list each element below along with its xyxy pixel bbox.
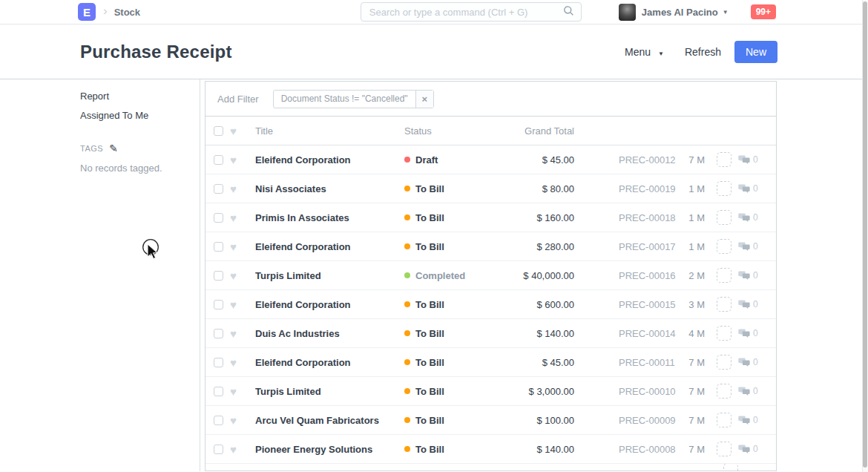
heart-icon[interactable]: ♥ xyxy=(230,328,255,339)
heart-icon[interactable]: ♥ xyxy=(230,415,255,426)
row-checkbox[interactable] xyxy=(214,271,223,281)
table-row[interactable]: ♥ Eleifend Corporation To Bill $ 600.00 … xyxy=(206,290,776,319)
global-search[interactable] xyxy=(361,2,582,22)
active-filter-chip[interactable]: Document Status != "Cancelled" × xyxy=(273,90,435,108)
comments-icon xyxy=(738,184,750,194)
remove-filter-icon[interactable]: × xyxy=(415,91,434,108)
row-comment-count[interactable]: 0 xyxy=(738,386,758,396)
row-comment-count[interactable]: 0 xyxy=(738,444,758,454)
table-row[interactable]: ♥ Turpis Limited To Bill $ 3,000.00 PREC… xyxy=(206,377,776,406)
new-button[interactable]: New xyxy=(734,41,777,63)
refresh-button[interactable]: Refresh xyxy=(685,46,721,58)
edit-tags-pencil-icon[interactable]: ✎ xyxy=(109,142,118,154)
row-title-link[interactable]: Duis Ac Industries xyxy=(255,328,404,339)
row-status: Completed xyxy=(404,270,516,281)
row-comment-count[interactable]: 0 xyxy=(738,299,758,309)
assign-placeholder[interactable] xyxy=(717,210,731,225)
row-checkbox[interactable] xyxy=(214,184,223,194)
heart-icon[interactable]: ♥ xyxy=(230,386,255,397)
status-label: To Bill xyxy=(415,386,444,397)
table-row[interactable]: ♥ Turpis Limited Completed $ 40,000.00 P… xyxy=(206,261,776,290)
table-row[interactable]: ♥ Nisi Associates To Bill $ 80.00 PREC-0… xyxy=(206,174,776,203)
heart-icon[interactable]: ♥ xyxy=(230,444,255,455)
row-title-link[interactable]: Eleifend Corporation xyxy=(255,241,404,252)
heart-icon[interactable]: ♥ xyxy=(230,299,255,310)
assign-placeholder[interactable] xyxy=(717,355,731,370)
row-grand-total: $ 140.00 xyxy=(516,444,574,455)
notification-badge[interactable]: 99+ xyxy=(751,4,776,19)
row-checkbox[interactable] xyxy=(214,329,223,338)
row-title-link[interactable]: Eleifend Corporation xyxy=(255,299,404,310)
row-checkbox[interactable] xyxy=(214,416,223,425)
assign-placeholder[interactable] xyxy=(717,181,731,196)
search-input[interactable] xyxy=(368,6,563,19)
menu-button[interactable]: Menu ▼ xyxy=(625,46,664,58)
row-document-id: PREC-00017 xyxy=(619,241,680,252)
row-title-link[interactable]: Primis In Associates xyxy=(255,212,404,223)
row-comment-count[interactable]: 0 xyxy=(738,415,758,425)
app-logo[interactable]: E xyxy=(78,3,96,21)
row-grand-total: $ 45.00 xyxy=(516,357,574,368)
row-modified-time: 7 M xyxy=(680,154,705,165)
sidebar-item-report[interactable]: Report xyxy=(80,91,200,102)
main-area: Report Assigned To Me TAGS ✎ No records … xyxy=(67,79,779,471)
assign-placeholder[interactable] xyxy=(717,239,731,254)
row-title-link[interactable]: Turpis Limited xyxy=(255,270,404,281)
row-comment-count[interactable]: 0 xyxy=(738,212,758,223)
assign-placeholder[interactable] xyxy=(717,297,731,312)
sidebar-item-assigned-to-me[interactable]: Assigned To Me xyxy=(80,110,200,121)
table-row[interactable]: ♥ Pioneer Energy Solutions To Bill $ 140… xyxy=(206,435,776,464)
heart-icon[interactable]: ♥ xyxy=(230,357,255,368)
assign-placeholder[interactable] xyxy=(717,413,731,427)
heart-icon[interactable]: ♥ xyxy=(230,125,255,137)
comments-icon xyxy=(738,416,750,425)
filter-chip-label[interactable]: Document Status != "Cancelled" xyxy=(274,91,415,108)
heart-icon[interactable]: ♥ xyxy=(230,212,255,223)
user-menu[interactable]: James Al Pacino ▼ xyxy=(619,4,729,21)
heart-icon[interactable]: ♥ xyxy=(230,154,255,165)
row-comment-count[interactable]: 0 xyxy=(738,357,758,367)
row-checkbox[interactable] xyxy=(214,300,223,309)
column-header-title: Title xyxy=(255,125,404,137)
row-title-link[interactable]: Nisi Associates xyxy=(255,183,404,194)
add-filter-button[interactable]: Add Filter xyxy=(217,94,259,105)
chevron-down-icon: ▼ xyxy=(723,9,729,16)
row-checkbox[interactable] xyxy=(214,242,223,252)
row-comment-count[interactable]: 0 xyxy=(738,241,758,252)
row-checkbox[interactable] xyxy=(214,358,223,367)
select-all-checkbox[interactable] xyxy=(214,126,223,136)
row-title-link[interactable]: Turpis Limited xyxy=(255,386,404,397)
row-comment-count[interactable]: 0 xyxy=(738,154,758,165)
row-title-link[interactable]: Eleifend Corporation xyxy=(255,154,404,165)
row-comment-count[interactable]: 0 xyxy=(738,183,758,194)
heart-icon[interactable]: ♥ xyxy=(230,270,255,281)
heart-icon[interactable]: ♥ xyxy=(230,183,255,194)
assign-placeholder[interactable] xyxy=(717,442,731,456)
assign-placeholder[interactable] xyxy=(717,384,731,399)
breadcrumb[interactable]: Stock xyxy=(114,7,140,18)
table-row[interactable]: ♥ Eleifend Corporation To Bill $ 280.00 … xyxy=(206,232,776,261)
table-row[interactable]: ♥ Eleifend Corporation To Bill $ 45.00 P… xyxy=(206,348,776,377)
row-checkbox[interactable] xyxy=(214,213,223,223)
search-icon xyxy=(563,5,574,19)
table-row[interactable]: ♥ Arcu Vel Quam Fabricators To Bill $ 10… xyxy=(206,406,776,435)
row-checkbox[interactable] xyxy=(214,387,223,396)
row-title-link[interactable]: Arcu Vel Quam Fabricators xyxy=(255,415,404,426)
row-document-id: PREC-00010 xyxy=(619,386,680,397)
table-row[interactable]: ♥ Eleifend Corporation Draft $ 45.00 PRE… xyxy=(206,145,776,174)
row-title-link[interactable]: Pioneer Energy Solutions xyxy=(255,444,404,455)
assign-placeholder[interactable] xyxy=(717,152,731,167)
table-row[interactable]: ♥ Duis Ac Industries To Bill $ 140.00 PR… xyxy=(206,319,776,348)
row-comment-count[interactable]: 0 xyxy=(738,328,758,338)
scrollbar-thumb[interactable] xyxy=(863,1,867,468)
table-row-partial[interactable] xyxy=(206,464,776,471)
row-title-link[interactable]: Eleifend Corporation xyxy=(255,357,404,368)
assign-placeholder[interactable] xyxy=(717,326,731,341)
row-comment-count[interactable]: 0 xyxy=(738,270,758,281)
tags-heading: TAGS xyxy=(80,144,103,153)
assign-placeholder[interactable] xyxy=(717,268,731,283)
heart-icon[interactable]: ♥ xyxy=(230,241,255,252)
row-checkbox[interactable] xyxy=(214,155,223,165)
row-checkbox[interactable] xyxy=(214,445,223,454)
table-row[interactable]: ♥ Primis In Associates To Bill $ 160.00 … xyxy=(206,203,776,232)
